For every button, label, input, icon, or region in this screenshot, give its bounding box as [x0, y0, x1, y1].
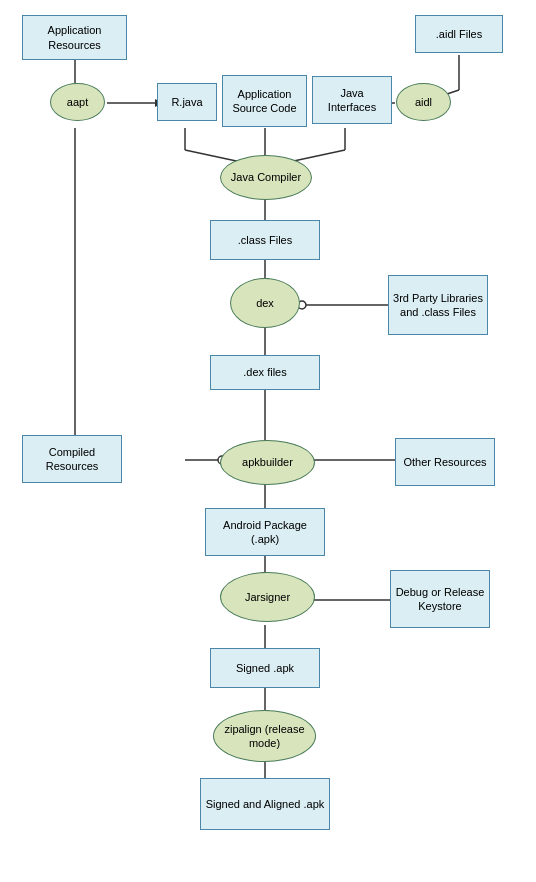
aidl-files-label: .aidl Files: [436, 27, 482, 41]
java-compiler-ellipse: Java Compiler: [220, 155, 312, 200]
aapt-label: aapt: [67, 95, 88, 109]
java-interfaces-box: Java Interfaces: [312, 76, 392, 124]
app-resources-label: Application Resources: [27, 23, 122, 52]
class-files-box: .class Files: [210, 220, 320, 260]
other-resources-label: Other Resources: [403, 455, 486, 469]
zipalign-label: zipalign (release mode): [218, 722, 311, 751]
jarsigner-ellipse: Jarsigner: [220, 572, 315, 622]
signed-apk-box: Signed .apk: [210, 648, 320, 688]
aapt-ellipse: aapt: [50, 83, 105, 121]
jarsigner-label: Jarsigner: [245, 590, 290, 604]
dex-ellipse: dex: [230, 278, 300, 328]
aidl-label: aidl: [415, 95, 432, 109]
app-resources-box: Application Resources: [22, 15, 127, 60]
java-interfaces-label: Java Interfaces: [317, 86, 387, 115]
third-party-box: 3rd Party Libraries and .class Files: [388, 275, 488, 335]
dex-files-label: .dex files: [243, 365, 286, 379]
signed-aligned-box: Signed and Aligned .apk: [200, 778, 330, 830]
rjava-label: R.java: [171, 95, 202, 109]
signed-apk-label: Signed .apk: [236, 661, 294, 675]
other-resources-box: Other Resources: [395, 438, 495, 486]
third-party-label: 3rd Party Libraries and .class Files: [393, 291, 483, 320]
android-package-box: Android Package (.apk): [205, 508, 325, 556]
compiled-resources-label: Compiled Resources: [27, 445, 117, 474]
aidl-ellipse: aidl: [396, 83, 451, 121]
dex-label: dex: [256, 296, 274, 310]
zipalign-ellipse: zipalign (release mode): [213, 710, 316, 762]
debug-release-box: Debug or Release Keystore: [390, 570, 490, 628]
app-source-box: Application Source Code: [222, 75, 307, 127]
debug-release-label: Debug or Release Keystore: [395, 585, 485, 614]
android-package-label: Android Package (.apk): [210, 518, 320, 547]
app-source-label: Application Source Code: [227, 87, 302, 116]
rjava-box: R.java: [157, 83, 217, 121]
dex-files-box: .dex files: [210, 355, 320, 390]
diagram: Application Resources .aidl Files aapt R…: [0, 0, 536, 882]
java-compiler-label: Java Compiler: [231, 170, 301, 184]
apkbuilder-ellipse: apkbuilder: [220, 440, 315, 485]
apkbuilder-label: apkbuilder: [242, 455, 293, 469]
class-files-label: .class Files: [238, 233, 292, 247]
aidl-files-box: .aidl Files: [415, 15, 503, 53]
compiled-resources-box: Compiled Resources: [22, 435, 122, 483]
signed-aligned-label: Signed and Aligned .apk: [206, 797, 325, 811]
